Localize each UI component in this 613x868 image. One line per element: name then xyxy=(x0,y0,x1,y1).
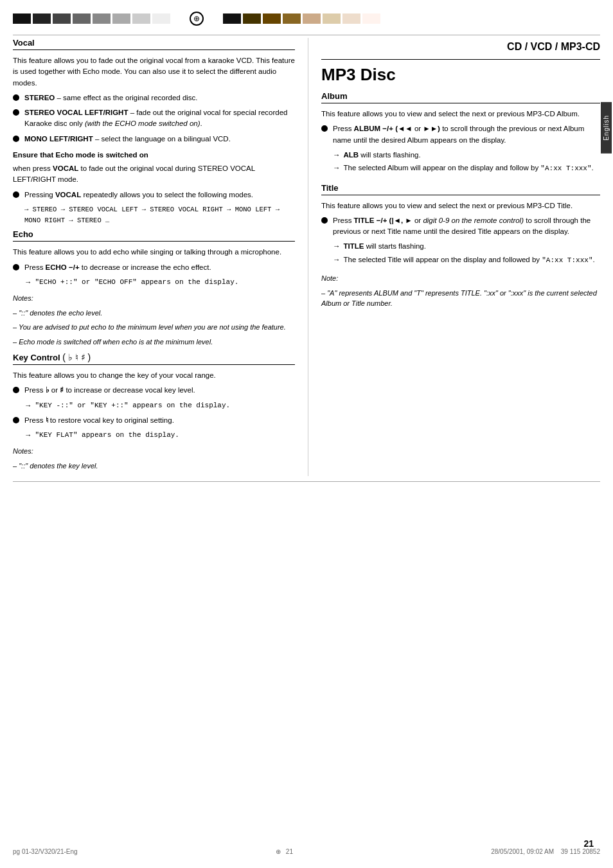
mono-label: MONO LEFT/RIGHT xyxy=(24,135,93,143)
key-arrow2-text: "KEY FLAT" appears on the display. xyxy=(35,430,179,441)
page-title: CD / VCD / MP3-CD xyxy=(321,38,600,60)
echo-arrow1: → "ECHO +::" or "ECHO OFF" appears on th… xyxy=(24,277,295,288)
bullet-dot xyxy=(13,417,19,423)
arrow-symbol: → xyxy=(333,163,341,173)
bullet-stereo-vocal: STEREO VOCAL LEFT/RIGHT – fade out the o… xyxy=(13,107,295,130)
stereo-label: STEREO xyxy=(24,94,55,102)
bar-block xyxy=(263,13,281,24)
bar-block xyxy=(132,13,150,24)
bar-block xyxy=(283,13,301,24)
vocal-description: This feature allows you to fade out the … xyxy=(13,55,295,89)
album-arrow2-text: The selected Album will appear on the di… xyxy=(344,163,594,174)
bar-block xyxy=(303,13,321,24)
bar-block xyxy=(362,13,380,24)
title-arrow2-text: The selected Title will appear on the di… xyxy=(344,254,595,266)
key-bullet-1: Press ♭ or ♯ to increase or decrease voc… xyxy=(13,385,295,396)
album-section-title: Album xyxy=(321,91,600,103)
stereo-text: – same effect as the original recorded d… xyxy=(55,94,197,102)
page-content: Vocal This feature allows you to fade ou… xyxy=(0,38,613,476)
bar-block xyxy=(93,13,111,24)
bullet-dot xyxy=(13,387,19,393)
left-column: Vocal This feature allows you to fade ou… xyxy=(13,38,308,476)
album-arrow1-text: ALB will starts flashing. xyxy=(344,150,421,161)
top-divider xyxy=(13,35,600,35)
title-section: Title This feature allows you to view an… xyxy=(321,183,600,309)
bullet-dot xyxy=(13,136,19,142)
album-section: Album This feature allows you to view an… xyxy=(321,91,600,174)
album-description: This feature allows you to view and sele… xyxy=(321,109,600,120)
key-control-title: Key Control ( ♭ ♮ ♯ ) xyxy=(13,352,295,365)
key-notes: Notes: – "::" denotes the key level. xyxy=(13,446,295,471)
bullet-content: Press ♮ to restore vocal key to original… xyxy=(24,415,295,426)
arrow-symbol: → xyxy=(333,241,341,252)
pressing-bullet: Pressing VOCAL repeatedly allows you to … xyxy=(13,190,295,200)
title-note-label: Note: xyxy=(321,274,338,282)
arrow-symbol: → xyxy=(24,430,32,441)
title-arrow2: → The selected Title will appear on the … xyxy=(333,254,600,266)
bar-block xyxy=(33,13,51,24)
page-footer: pg 01-32/V320/21-Eng ⊕ 21 28/05/2001, 09… xyxy=(0,848,613,855)
bottom-divider xyxy=(13,481,600,482)
album-arrow2: → The selected Album will appear on the … xyxy=(333,163,600,174)
key-control-symbols: ( ♭ ♮ ♯ ) xyxy=(62,352,91,362)
warning-bold: Ensure that Echo mode is switched on xyxy=(13,150,295,161)
bullet-dot xyxy=(13,191,19,198)
title-note-1: – "A" represents ALBUM and "T" represent… xyxy=(321,288,600,309)
key-notes-title: Notes: xyxy=(13,447,33,455)
title-section-header: Title xyxy=(321,183,600,195)
footer-left: pg 01-32/V320/21-Eng xyxy=(13,848,78,855)
mode-sequence: → STEREO → STEREO VOCAL LEFT → STEREO VO… xyxy=(24,204,295,226)
echo-note-3: – Echo mode is switched off when echo is… xyxy=(13,337,295,348)
page-number: 21 xyxy=(583,838,594,849)
warning-text: when press VOCAL to fade out the origina… xyxy=(13,163,295,186)
bar-group-left xyxy=(13,13,170,24)
echo-notes-title: Notes: xyxy=(13,294,33,302)
bullet-dot xyxy=(321,125,328,132)
footer-center-area: ⊕ 21 xyxy=(276,848,293,855)
bullet-content: MONO LEFT/RIGHT – select the language on… xyxy=(24,134,295,145)
echo-note-2: – You are advised to put echo to the min… xyxy=(13,322,295,333)
vocal-section: Vocal This feature allows you to fade ou… xyxy=(13,38,295,226)
bullet-content: Press TITLE −/+ (|◄, ► or digit 0-9 on t… xyxy=(333,215,600,238)
arrow-symbol: → xyxy=(24,277,32,288)
bar-block xyxy=(243,13,261,24)
echo-section: Echo This feature allows you to add echo… xyxy=(13,229,295,347)
right-column: English CD / VCD / MP3-CD MP3 Disc Album… xyxy=(308,38,600,476)
echo-arrow1-text: "ECHO +::" or "ECHO OFF" appears on the … xyxy=(35,277,239,288)
bullet-content: Pressing VOCAL repeatedly allows you to … xyxy=(24,190,295,200)
key-arrow1: → "KEY -::" or "KEY +::" appears on the … xyxy=(24,400,295,411)
bar-block xyxy=(112,13,130,24)
arrow-symbol: → xyxy=(333,254,341,265)
echo-notes: Notes: – "::" denotes the echo level. – … xyxy=(13,293,295,347)
arrow-symbol: → xyxy=(24,400,32,411)
title-bullet-list: Press TITLE −/+ (|◄, ► or digit 0-9 on t… xyxy=(321,215,600,238)
title-description: This feature allows you to view and sele… xyxy=(321,200,600,211)
echo-bullet: Press ECHO −/+ to decrease or increase t… xyxy=(13,262,295,273)
stereo-vocal-label: STEREO VOCAL LEFT/RIGHT xyxy=(24,109,128,116)
album-bullet: Press ALBUM −/+ (◄◄ or ►►) to scroll thr… xyxy=(321,123,600,146)
echo-section-title: Echo xyxy=(13,229,295,242)
footer-right: 28/05/2001, 09:02 AM 39 115 20852 xyxy=(491,848,600,855)
mono-text: – select the language on a bilingual VCD… xyxy=(93,135,231,143)
compass-icon-bottom: ⊕ xyxy=(276,848,281,855)
album-arrow1: → ALB will starts flashing. xyxy=(333,150,600,161)
bullet-dot xyxy=(321,217,328,224)
bar-block xyxy=(152,13,170,24)
bar-block xyxy=(73,13,91,24)
bullet-content: Press ALBUM −/+ (◄◄ or ►►) to scroll thr… xyxy=(333,123,600,146)
bullet-dot xyxy=(13,109,19,116)
echo-bullet-list: Press ECHO −/+ to decrease or increase t… xyxy=(13,262,295,273)
key-bullet-2: Press ♮ to restore vocal key to original… xyxy=(13,415,295,426)
vocal-section-title: Vocal xyxy=(13,38,295,50)
echo-description: This feature allows you to add echo whil… xyxy=(13,247,295,258)
key-bullet-list-2: Press ♮ to restore vocal key to original… xyxy=(13,415,295,426)
bar-block xyxy=(13,13,31,24)
title-arrow1-text: TITLE will starts flashing. xyxy=(344,241,426,252)
key-control-section: Key Control ( ♭ ♮ ♯ ) This feature allow… xyxy=(13,352,295,471)
bar-block xyxy=(323,13,341,24)
bullet-mono: MONO LEFT/RIGHT – select the language on… xyxy=(13,134,295,145)
pressing-bullet-list: Pressing VOCAL repeatedly allows you to … xyxy=(13,190,295,200)
bullet-content: Press ♭ or ♯ to increase or decrease voc… xyxy=(24,385,295,396)
key-arrow1-text: "KEY -::" or "KEY +::" appears on the di… xyxy=(35,400,231,411)
key-note-1: – "::" denotes the key level. xyxy=(13,461,295,472)
